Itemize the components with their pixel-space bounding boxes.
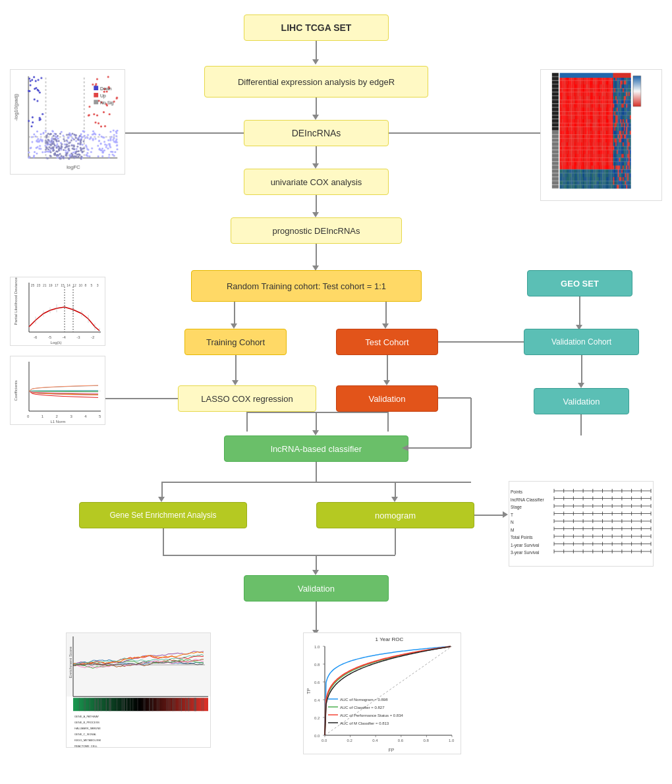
arrow-nomogram-right <box>474 515 504 516</box>
lasso-cv-panel <box>10 277 105 346</box>
hline-class-split <box>161 482 471 483</box>
heatmap-canvas <box>541 70 643 192</box>
volcano-plot-canvas <box>11 70 123 172</box>
roc-curve-panel <box>303 632 461 754</box>
arrow-test-val <box>387 355 388 381</box>
arrow-geo-cohort <box>579 296 580 326</box>
volcano-plot-panel <box>10 69 125 175</box>
arrowhead-train <box>231 323 237 329</box>
box-validation-orange: Validation <box>336 385 438 412</box>
arrow-4 <box>316 195 317 213</box>
arrowhead-class <box>312 430 319 435</box>
arrowhead-val-green <box>312 570 319 575</box>
box-test-cohort: Test Cohort <box>336 329 438 355</box>
nomogram-chart-panel <box>509 481 654 567</box>
arrow-1 <box>316 41 317 61</box>
box-lncrna-classifier: lncRNA-based classifier <box>224 435 408 462</box>
arrow-2 <box>316 98 317 116</box>
lasso-cv-canvas <box>11 277 105 346</box>
arrowhead-gsea <box>158 497 165 502</box>
arrow-test <box>385 302 387 325</box>
box-lihc-tcga: LIHC TCGA SET <box>244 14 389 41</box>
lasso-coef-canvas <box>11 356 105 425</box>
hline-val-merge <box>163 555 395 556</box>
box-gsea: Gene Set Enrichment Analysis <box>79 502 247 528</box>
arrow-gsea-down <box>163 528 164 555</box>
gsea-plot-canvas <box>67 633 211 748</box>
box-random-split: Random Training cohort: Test cohort = 1:… <box>191 270 422 302</box>
box-de-lncrnas: DEIncRNAs <box>244 120 389 146</box>
arrowhead-test <box>382 323 389 329</box>
arrow-5 <box>316 244 317 267</box>
hline-merge <box>246 412 388 413</box>
arrowhead-3 <box>312 163 319 169</box>
arrowhead-4 <box>312 212 319 217</box>
hline-de2 <box>389 132 540 134</box>
arrow-val-roc <box>316 602 317 631</box>
arrowhead-nomogram <box>391 497 398 502</box>
box-diff-expr: Differential expression analysis by edge… <box>204 66 428 98</box>
box-prognostic: prognostic DEIncRNAs <box>231 217 402 244</box>
arrowhead-nomogram-right <box>503 511 508 518</box>
arrowhead-train-lasso <box>232 380 238 385</box>
gsea-plot-panel <box>66 632 211 748</box>
arrow-3 <box>316 146 317 165</box>
arrow-to-val-green <box>316 555 317 571</box>
arrowhead-1 <box>312 59 319 65</box>
arrow-nomogram <box>395 482 396 498</box>
box-validation-teal: Validation <box>534 388 629 414</box>
box-nomogram: nomogram <box>316 502 474 528</box>
arrow-class-split <box>316 462 317 482</box>
main-container: LIHC TCGA SET Differential expression an… <box>0 0 672 784</box>
arrowhead-test-val <box>383 380 390 385</box>
arrow-train-lasso <box>235 355 237 381</box>
arrowhead-2 <box>312 115 319 120</box>
arrow-gsea <box>161 482 163 498</box>
arrow-lasso-class <box>246 412 248 432</box>
arrow-cohort-teal <box>581 355 582 384</box>
box-validation-green: Validation <box>244 575 389 602</box>
box-geo-set: GEO SET <box>527 270 632 296</box>
box-validation-cohort: Validation Cohort <box>524 329 639 355</box>
heatmap-panel <box>540 69 662 201</box>
arrow-val-class <box>387 412 389 432</box>
arrow-train <box>234 302 235 325</box>
box-lasso-cox: LASSO COX regression <box>178 385 316 412</box>
arrow-nomogram-val <box>395 528 396 555</box>
lasso-coef-panel <box>10 356 105 425</box>
roc-curve-canvas <box>304 633 461 754</box>
box-univariate: univariate COX analysis <box>244 169 389 195</box>
nomogram-chart-canvas <box>509 482 654 567</box>
arrowhead-cohort-teal <box>578 383 584 388</box>
box-training-cohort: Training Cohort <box>184 329 287 355</box>
arrow-center-class <box>316 412 317 432</box>
